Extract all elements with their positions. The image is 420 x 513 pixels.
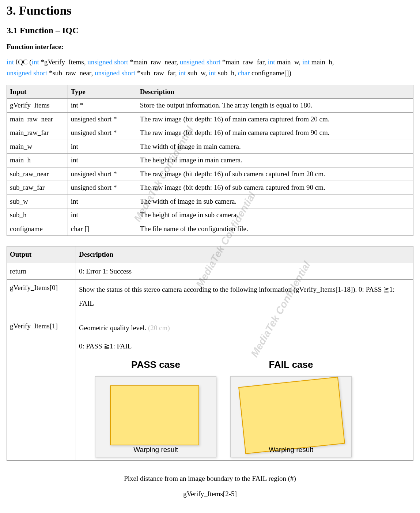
table-row: main_hintThe height of image in main cam…: [7, 154, 413, 167]
keyword-int: int: [302, 58, 310, 66]
sig-text: main_h,: [310, 58, 334, 66]
param-type: char []: [68, 222, 137, 236]
param-type: int: [68, 195, 137, 208]
output-name: gVerify_Items[1]: [7, 318, 76, 461]
param-name: gVerify_Items: [7, 99, 68, 113]
col-description: Description: [137, 85, 413, 99]
sig-text: *main_raw_near,: [128, 58, 180, 66]
keyword-int: int: [178, 69, 186, 77]
desc-text: Show the status of this stereo camera ac…: [79, 283, 410, 310]
col-input: Input: [7, 85, 68, 99]
table-row: sub_raw_nearunsigned short *The raw imag…: [7, 167, 413, 181]
warp-rect: [110, 385, 199, 445]
param-name: main_h: [7, 154, 68, 167]
diagram-row: PASS case Warping result FAIL case Warpi…: [94, 358, 410, 457]
param-desc: The width of image in sub camera.: [137, 195, 413, 208]
param-name: main_raw_near: [7, 112, 68, 126]
param-type: unsigned short *: [68, 167, 137, 181]
pass-frame: Warping result: [95, 376, 216, 457]
param-desc: The width of image in main camera.: [137, 140, 413, 154]
table-row: gVerify_Itemsint *Store the output infor…: [7, 99, 413, 113]
param-type: unsigned short *: [68, 126, 137, 140]
param-type: int *: [68, 99, 137, 113]
param-desc: The file name of the configuration file.: [137, 222, 413, 236]
function-interface-label: Function interface:: [7, 43, 413, 51]
keyword-char: char: [238, 69, 250, 77]
param-name: sub_raw_near: [7, 167, 68, 181]
fail-frame: Warping result: [230, 376, 352, 457]
desc-distance: (20 cm): [148, 324, 170, 332]
keyword-unsigned-short: unsigned short: [7, 69, 47, 77]
table-row: main_raw_nearunsigned short *The raw ima…: [7, 112, 413, 126]
param-type: unsigned short *: [68, 112, 137, 126]
table-row: main_wintThe width of image in main came…: [7, 140, 413, 154]
keyword-int: int: [32, 58, 39, 66]
param-type: int: [68, 154, 137, 167]
sig-text: *sub_raw_near,: [47, 69, 95, 77]
input-table: Input Type Description gVerify_Itemsint …: [7, 85, 413, 236]
param-desc: The height of image in main camera.: [137, 154, 413, 167]
warp-label: Warping result: [231, 445, 351, 455]
table-row: return 0: Error 1: Success: [7, 263, 413, 280]
output-desc: 0: Error 1: Success: [76, 263, 413, 280]
col-type: Type: [68, 85, 137, 99]
after-table-text: Pixel distance from an image boundary to…: [7, 471, 413, 502]
desc-line: 0: PASS ≧1: FAIL: [79, 339, 410, 353]
param-type: int: [68, 140, 137, 154]
table-row: sub_raw_farunsigned short *The raw image…: [7, 181, 413, 195]
param-name: sub_h: [7, 208, 68, 222]
pass-title: PASS case: [94, 358, 218, 372]
gverify-range-text: gVerify_Items[2-5]: [7, 486, 413, 502]
table-row: main_raw_farunsigned short *The raw imag…: [7, 126, 413, 140]
param-desc: Store the output information. The array …: [137, 99, 413, 113]
section-heading: 3. Functions: [7, 4, 413, 18]
output-name: gVerify_Items[0]: [7, 280, 76, 318]
desc-line: Geometric quality level. (20 cm): [79, 321, 410, 335]
pixel-distance-text: Pixel distance from an image boundary to…: [7, 471, 413, 486]
fail-diagram: FAIL case Warping result: [229, 358, 353, 457]
output-desc: Geometric quality level. (20 cm) 0: PASS…: [76, 318, 413, 461]
warp-rect: [238, 377, 345, 454]
output-table: Output Description return 0: Error 1: Su…: [7, 246, 413, 461]
table-row: gVerify_Items[0] Show the status of this…: [7, 280, 413, 318]
function-signature: int IQC (int *gVerify_Items, unsigned sh…: [7, 57, 413, 79]
param-name: sub_raw_far: [7, 181, 68, 195]
table-header-row: Input Type Description: [7, 85, 413, 99]
keyword-int: int: [268, 58, 275, 66]
sig-text: sub_h,: [216, 69, 238, 77]
warp-label: Warping result: [95, 445, 216, 455]
param-name: main_w: [7, 140, 68, 154]
sig-text: *gVerify_Items,: [39, 58, 87, 66]
param-desc: The raw image (bit depth: 16) of main ca…: [137, 126, 413, 140]
sig-text: *main_raw_far,: [220, 58, 268, 66]
keyword-unsigned-short: unsigned short: [87, 58, 128, 66]
col-output: Output: [7, 246, 76, 263]
table-row: sub_hintThe height of image in sub camer…: [7, 208, 413, 222]
table-row: gVerify_Items[1] Geometric quality level…: [7, 318, 413, 461]
param-desc: The raw image (bit depth: 16) of main ca…: [137, 112, 413, 126]
table-row: sub_wintThe width of image in sub camera…: [7, 195, 413, 208]
param-type: int: [68, 208, 137, 222]
col-description: Description: [76, 246, 413, 263]
table-row: confignamechar []The file name of the co…: [7, 222, 413, 236]
fail-title: FAIL case: [229, 358, 353, 372]
keyword-int: int: [209, 69, 216, 77]
param-desc: The height of image in sub camera.: [137, 208, 413, 222]
param-type: unsigned short *: [68, 181, 137, 195]
param-desc: The raw image (bit depth: 16) of sub cam…: [137, 167, 413, 181]
keyword-unsigned-short: unsigned short: [180, 58, 220, 66]
output-desc: Show the status of this stereo camera ac…: [76, 280, 413, 318]
sig-text: IQC (: [14, 58, 32, 66]
param-name: sub_w: [7, 195, 68, 208]
keyword-int: int: [7, 58, 14, 66]
table-header-row: Output Description: [7, 246, 413, 263]
desc-text: Geometric quality level.: [79, 324, 148, 332]
sig-text: main_w,: [275, 58, 302, 66]
output-name: return: [7, 263, 76, 280]
param-name: configname: [7, 222, 68, 236]
subsection-heading: 3.1 Function – IQC: [7, 26, 413, 35]
pass-diagram: PASS case Warping result: [94, 358, 218, 457]
sig-text: *sub_raw_far,: [135, 69, 178, 77]
sig-text: sub_w,: [186, 69, 209, 77]
param-desc: The raw image (bit depth: 16) of sub cam…: [137, 181, 413, 195]
